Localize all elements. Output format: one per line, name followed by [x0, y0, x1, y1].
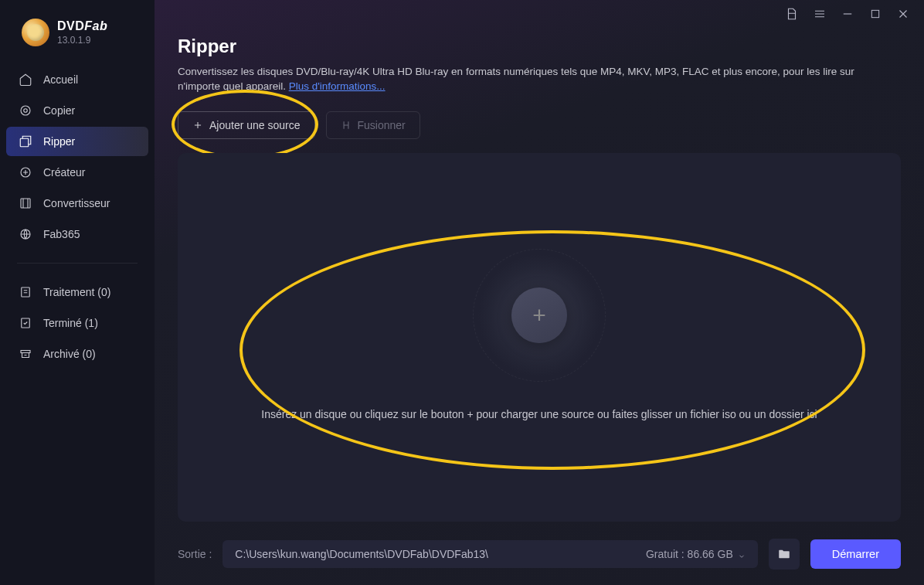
sidebar-item-accueil[interactable]: Accueil: [6, 65, 148, 94]
logo-block: DVDFab 13.0.1.9: [0, 12, 155, 62]
svg-rect-2: [20, 138, 29, 147]
sidebar-item-label: Fab365: [43, 228, 80, 240]
converter-icon: [19, 196, 32, 210]
sidebar-item-label: Convertisseur: [43, 197, 110, 209]
start-button[interactable]: Démarrer: [810, 539, 901, 569]
sidebar-item-convertisseur[interactable]: Convertisseur: [6, 189, 148, 218]
close-icon[interactable]: [896, 7, 910, 21]
sidebar-item-createur[interactable]: Créateur: [6, 158, 148, 187]
sidebar-item-label: Archivé (0): [43, 348, 96, 360]
footer: Sortie : C:\Users\kun.wang\Documents\DVD…: [178, 539, 901, 570]
hamburger-menu-icon[interactable]: [813, 7, 827, 21]
svg-rect-9: [871, 10, 878, 17]
merge-icon: [341, 120, 352, 131]
theme-icon[interactable]: [785, 7, 799, 21]
sidebar-item-label: Créateur: [43, 166, 85, 179]
sidebar-item-label: Accueil: [43, 73, 78, 86]
dropzone[interactable]: + Insérez un disque ou cliquez sur le bo…: [178, 153, 901, 522]
content: Ripper Convertissez les disques DVD/Blu-…: [155, 28, 924, 585]
svg-point-1: [24, 109, 28, 113]
page-description: Convertissez les disques DVD/Blu-ray/4K …: [178, 65, 888, 94]
done-icon: [19, 316, 32, 330]
sidebar-item-fab365[interactable]: Fab365: [6, 219, 148, 249]
output-path: C:\Users\kun.wang\Documents\DVDFab\DVDFa…: [235, 548, 646, 560]
sidebar-item-copier[interactable]: Copier: [6, 96, 148, 125]
creator-icon: [19, 165, 32, 179]
minimize-icon[interactable]: [841, 7, 854, 21]
app-version: 13.0.1.9: [57, 35, 107, 46]
brand-name: DVDFab: [57, 19, 107, 33]
svg-rect-6: [22, 287, 30, 297]
sidebar-item-label: Ripper: [43, 135, 75, 148]
sidebar-item-archive[interactable]: Archivé (0): [6, 339, 148, 369]
output-box: C:\Users\kun.wang\Documents\DVDFab\DVDFa…: [223, 540, 757, 568]
sidebar-item-ripper[interactable]: Ripper: [6, 127, 148, 156]
merge-button[interactable]: Fusionner: [326, 111, 420, 139]
copy-icon: [19, 104, 32, 117]
page-title: Ripper: [178, 36, 901, 57]
dropzone-circle: +: [477, 253, 601, 377]
plus-icon: [192, 120, 203, 131]
browse-folder-button[interactable]: [769, 539, 800, 570]
status-nav: Traitement (0) Terminé (1) Archivé (0): [0, 274, 155, 372]
sidebar-item-label: Traitement (0): [43, 286, 110, 298]
titlebar: [155, 0, 924, 28]
svg-rect-8: [21, 351, 30, 353]
more-info-link[interactable]: Plus d'informations...: [289, 80, 386, 92]
main-area: Ripper Convertissez les disques DVD/Blu-…: [155, 0, 924, 585]
merge-label: Fusionner: [358, 119, 406, 131]
add-source-button[interactable]: Ajouter une source: [178, 111, 315, 139]
output-label: Sortie :: [178, 548, 212, 560]
chevron-down-icon: [738, 550, 746, 558]
maximize-icon[interactable]: [868, 7, 882, 21]
dropzone-hint: Insérez un disque ou cliquez sur le bout…: [261, 408, 817, 420]
add-source-label: Ajouter une source: [209, 119, 301, 131]
free-space-dropdown[interactable]: Gratuit : 86.66 GB: [646, 548, 746, 560]
svg-rect-4: [21, 199, 30, 208]
sidebar-divider: [17, 263, 138, 264]
app-logo-icon: [22, 19, 49, 46]
home-icon: [19, 73, 32, 87]
sidebar-item-label: Terminé (1): [43, 317, 98, 329]
archive-icon: [19, 347, 32, 361]
sidebar-item-termine[interactable]: Terminé (1): [6, 308, 148, 338]
primary-nav: Accueil Copier Ripper Créateur Convertis…: [0, 62, 155, 252]
sidebar: DVDFab 13.0.1.9 Accueil Copier Ripper Cr…: [0, 0, 155, 585]
svg-point-0: [21, 106, 30, 115]
ripper-icon: [19, 134, 32, 148]
fab365-icon: [19, 227, 32, 241]
toolbar: Ajouter une source Fusionner: [178, 111, 901, 139]
free-space-label: Gratuit : 86.66 GB: [646, 548, 733, 560]
processing-icon: [19, 285, 32, 299]
sidebar-item-traitement[interactable]: Traitement (0): [6, 277, 148, 307]
sidebar-item-label: Copier: [43, 104, 75, 117]
